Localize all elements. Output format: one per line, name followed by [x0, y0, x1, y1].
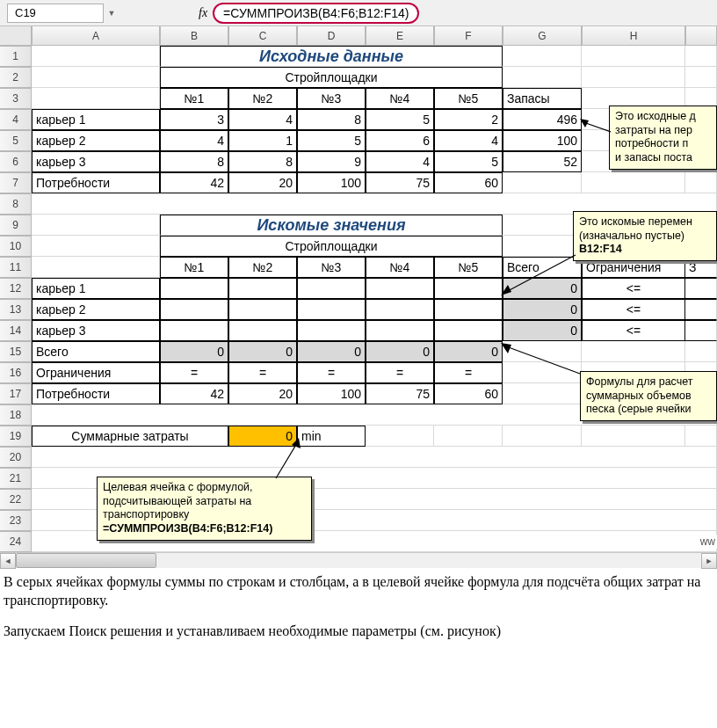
row-header[interactable]: 16 [0, 362, 32, 383]
cell[interactable]: = [366, 362, 434, 383]
cell[interactable]: 8 [297, 109, 366, 130]
cell[interactable]: 100 [503, 130, 582, 151]
cell[interactable]: 3 [160, 109, 228, 130]
sites-header-2[interactable]: Стройплощадки [160, 236, 503, 257]
cell[interactable] [32, 236, 160, 257]
cell[interactable] [32, 46, 160, 67]
cell[interactable]: 2 [434, 109, 503, 130]
cell[interactable]: карьер 1 [32, 278, 160, 299]
cell[interactable] [160, 278, 228, 299]
cell[interactable]: 100 [297, 383, 366, 404]
cell[interactable]: №5 [434, 88, 503, 109]
cell[interactable] [434, 299, 503, 320]
cell[interactable]: 75 [366, 383, 434, 404]
cell[interactable]: №2 [228, 257, 297, 278]
cell[interactable]: 4 [160, 130, 228, 151]
cell[interactable]: 0 [503, 278, 582, 299]
cell[interactable] [582, 67, 685, 88]
cell[interactable]: №1 [160, 88, 228, 109]
cell[interactable]: №4 [366, 88, 434, 109]
cell[interactable]: 0 [297, 341, 366, 362]
select-all-corner[interactable] [0, 26, 32, 46]
cell[interactable]: 5 [297, 130, 366, 151]
cell[interactable] [366, 278, 434, 299]
cell[interactable]: карьер 1 [32, 109, 160, 130]
cell[interactable] [685, 426, 717, 447]
cell[interactable]: 52 [503, 151, 582, 172]
cell[interactable] [32, 88, 160, 109]
cell[interactable] [685, 320, 717, 341]
cell[interactable]: Ограничения [32, 362, 160, 383]
cell[interactable] [160, 320, 228, 341]
cell[interactable]: 42 [160, 383, 228, 404]
cell[interactable]: = [434, 362, 503, 383]
formula-input[interactable]: =СУММПРОИЗВ(B4:F6;B12:F14) [213, 3, 419, 24]
row-header[interactable]: 14 [0, 320, 32, 341]
row-header[interactable]: 12 [0, 278, 32, 299]
cell[interactable] [434, 320, 503, 341]
row-header[interactable]: 6 [0, 151, 32, 172]
row-header[interactable]: 2 [0, 67, 32, 88]
cell[interactable]: №5 [434, 257, 503, 278]
cell[interactable]: = [228, 362, 297, 383]
cell[interactable]: 0 [503, 299, 582, 320]
row-header[interactable]: 13 [0, 299, 32, 320]
cell[interactable]: Потребности [32, 383, 160, 404]
cell[interactable] [685, 341, 717, 362]
cell[interactable]: 0 [160, 341, 228, 362]
cell[interactable] [297, 299, 366, 320]
row-header[interactable]: 5 [0, 130, 32, 151]
cell[interactable]: 75 [366, 172, 434, 193]
cell[interactable] [32, 447, 717, 468]
cell[interactable]: 9 [297, 151, 366, 172]
row-header[interactable]: 1 [0, 46, 32, 67]
cell[interactable]: 8 [160, 151, 228, 172]
row-header[interactable]: 15 [0, 341, 32, 362]
row-header[interactable]: 11 [0, 257, 32, 278]
cell[interactable] [685, 46, 717, 67]
name-box-dropdown[interactable]: ▼ [104, 9, 120, 18]
cell[interactable] [685, 67, 717, 88]
horizontal-scrollbar[interactable]: ◄ ► [0, 552, 717, 568]
row-header[interactable]: 8 [0, 193, 32, 215]
cell[interactable]: 100 [297, 172, 366, 193]
cell[interactable]: 0 [366, 341, 434, 362]
cell[interactable] [503, 67, 582, 88]
title-source-data[interactable]: Исходные данные [160, 46, 503, 67]
cell[interactable]: Потребности [32, 172, 160, 193]
cell[interactable] [434, 278, 503, 299]
row-header[interactable]: 18 [0, 404, 32, 426]
cell[interactable] [582, 172, 685, 193]
cell[interactable] [685, 299, 717, 320]
cell[interactable]: 4 [434, 130, 503, 151]
cell[interactable]: №3 [297, 257, 366, 278]
cell[interactable]: №4 [366, 257, 434, 278]
cell[interactable]: 0 [228, 341, 297, 362]
cell[interactable] [228, 320, 297, 341]
cell[interactable]: 5 [434, 151, 503, 172]
col-header-F[interactable]: F [434, 26, 503, 46]
cell[interactable]: 8 [228, 151, 297, 172]
cell[interactable]: карьер 3 [32, 320, 160, 341]
cell[interactable]: <= [582, 278, 685, 299]
cell[interactable] [434, 426, 503, 447]
cell[interactable] [503, 362, 582, 383]
col-header-C[interactable]: C [228, 26, 297, 46]
cell[interactable]: <= [582, 320, 685, 341]
name-box[interactable]: C19 [7, 4, 104, 23]
cell[interactable]: Всего [32, 341, 160, 362]
row-header[interactable]: 7 [0, 172, 32, 193]
cell[interactable]: <= [582, 299, 685, 320]
cell[interactable]: 1 [228, 130, 297, 151]
cell[interactable] [685, 172, 717, 193]
cell[interactable] [32, 67, 160, 88]
row-header[interactable]: 17 [0, 383, 32, 404]
fx-icon[interactable]: fx [199, 6, 207, 20]
cell[interactable]: карьер 2 [32, 299, 160, 320]
col-header-A[interactable]: A [32, 26, 160, 46]
cell[interactable] [32, 257, 160, 278]
scroll-left-button[interactable]: ◄ [0, 553, 16, 569]
row-header[interactable]: 19 [0, 426, 32, 447]
row-header[interactable]: 4 [0, 109, 32, 130]
cell[interactable] [503, 426, 582, 447]
